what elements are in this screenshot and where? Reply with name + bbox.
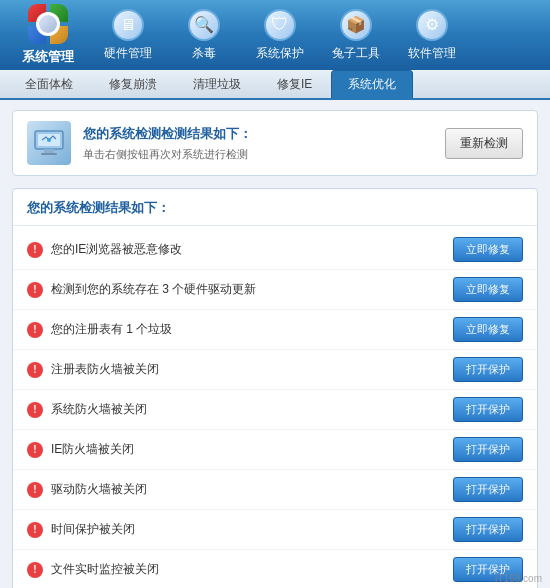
tab-full-check[interactable]: 全面体检 [8, 70, 90, 98]
protect-button[interactable]: 打开保护 [453, 397, 523, 422]
logo-icon [28, 4, 68, 44]
summary-title: 您的系统检测检测结果如下： [83, 125, 252, 143]
result-text: 检测到您的系统存在 3 个硬件驱动更新 [51, 281, 256, 298]
svg-rect-2 [44, 149, 54, 153]
result-text: 系统防火墙被关闭 [51, 401, 147, 418]
tab-bar: 全面体检 修复崩溃 清理垃圾 修复IE 系统优化 [0, 70, 550, 100]
summary-left: 您的系统检测检测结果如下： 单击右侧按钮再次对系统进行检测 [27, 121, 252, 165]
fix-button[interactable]: 立即修复 [453, 277, 523, 302]
top-nav: 系统管理 🖥 硬件管理 🔍 杀毒 🛡 系统保护 📦 兔子工具 ⚙ 软件管理 [0, 0, 550, 70]
result-text: 文件实时监控被关闭 [51, 561, 159, 578]
recheck-button[interactable]: 重新检测 [445, 128, 523, 159]
nav-label-protection: 系统保护 [256, 45, 304, 62]
result-text: 注册表防火墙被关闭 [51, 361, 159, 378]
summary-text: 您的系统检测检测结果如下： 单击右侧按钮再次对系统进行检测 [83, 125, 252, 162]
nav-label-rabbit: 兔子工具 [332, 45, 380, 62]
result-row: !您的注册表有 1 个垃圾立即修复 [13, 310, 537, 350]
result-left: !文件实时监控被关闭 [27, 561, 453, 578]
result-text: 您的注册表有 1 个垃圾 [51, 321, 172, 338]
result-row: !时间保护被关闭打开保护 [13, 510, 537, 550]
summary-subtitle: 单击右侧按钮再次对系统进行检测 [83, 147, 252, 162]
result-left: !系统防火墙被关闭 [27, 401, 453, 418]
summary-box: 您的系统检测检测结果如下： 单击右侧按钮再次对系统进行检测 重新检测 [12, 110, 538, 176]
nav-item-protection[interactable]: 🛡 系统保护 [244, 5, 316, 65]
nav-item-software[interactable]: ⚙ 软件管理 [396, 5, 468, 65]
nav-label-kill: 杀毒 [192, 45, 216, 62]
results-rows: !您的IE浏览器被恶意修改立即修复!检测到您的系统存在 3 个硬件驱动更新立即修… [13, 230, 537, 588]
result-text: IE防火墙被关闭 [51, 441, 134, 458]
main-content: 您的系统检测检测结果如下： 单击右侧按钮再次对系统进行检测 重新检测 您的系统检… [0, 100, 550, 588]
svg-rect-3 [41, 153, 57, 155]
fix-button[interactable]: 立即修复 [453, 237, 523, 262]
logo-item[interactable]: 系统管理 [8, 5, 88, 65]
fix-button[interactable]: 立即修复 [453, 317, 523, 342]
warning-icon: ! [27, 362, 43, 378]
warning-icon: ! [27, 242, 43, 258]
result-left: !时间保护被关闭 [27, 521, 453, 538]
logo-label: 系统管理 [22, 48, 74, 66]
svg-point-4 [47, 138, 51, 142]
result-left: !驱动防火墙被关闭 [27, 481, 453, 498]
nav-item-rabbit[interactable]: 📦 兔子工具 [320, 5, 392, 65]
results-title: 您的系统检测结果如下： [13, 199, 537, 226]
summary-icon [27, 121, 71, 165]
result-row: !检测到您的系统存在 3 个硬件驱动更新立即修复 [13, 270, 537, 310]
warning-icon: ! [27, 402, 43, 418]
result-text: 时间保护被关闭 [51, 521, 135, 538]
tab-repair-crash[interactable]: 修复崩溃 [92, 70, 174, 98]
result-text: 您的IE浏览器被恶意修改 [51, 241, 182, 258]
result-text: 驱动防火墙被关闭 [51, 481, 147, 498]
result-row: !IE防火墙被关闭打开保护 [13, 430, 537, 470]
software-icon: ⚙ [416, 9, 448, 41]
result-row: !注册表防火墙被关闭打开保护 [13, 350, 537, 390]
protect-button[interactable]: 打开保护 [453, 517, 523, 542]
result-left: !IE防火墙被关闭 [27, 441, 453, 458]
warning-icon: ! [27, 522, 43, 538]
watermark: IT168.com [495, 573, 542, 584]
protect-button[interactable]: 打开保护 [453, 477, 523, 502]
nav-item-hardware[interactable]: 🖥 硬件管理 [92, 5, 164, 65]
result-left: !注册表防火墙被关闭 [27, 361, 453, 378]
results-section: 您的系统检测结果如下： !您的IE浏览器被恶意修改立即修复!检测到您的系统存在 … [12, 188, 538, 588]
result-left: !您的IE浏览器被恶意修改 [27, 241, 453, 258]
result-row: !系统防火墙被关闭打开保护 [13, 390, 537, 430]
result-row: !文件实时监控被关闭打开保护 [13, 550, 537, 588]
warning-icon: ! [27, 562, 43, 578]
protection-icon: 🛡 [264, 9, 296, 41]
result-row: !您的IE浏览器被恶意修改立即修复 [13, 230, 537, 270]
hardware-icon: 🖥 [112, 9, 144, 41]
protect-button[interactable]: 打开保护 [453, 437, 523, 462]
kill-icon: 🔍 [188, 9, 220, 41]
tab-sys-optimize[interactable]: 系统优化 [331, 70, 413, 98]
nav-item-kill[interactable]: 🔍 杀毒 [168, 5, 240, 65]
protect-button[interactable]: 打开保护 [453, 357, 523, 382]
result-left: !检测到您的系统存在 3 个硬件驱动更新 [27, 281, 453, 298]
warning-icon: ! [27, 482, 43, 498]
nav-label-hardware: 硬件管理 [104, 45, 152, 62]
tab-repair-ie[interactable]: 修复IE [260, 70, 329, 98]
computer-icon [33, 127, 65, 159]
result-row: !驱动防火墙被关闭打开保护 [13, 470, 537, 510]
result-left: !您的注册表有 1 个垃圾 [27, 321, 453, 338]
rabbit-icon: 📦 [340, 9, 372, 41]
nav-label-software: 软件管理 [408, 45, 456, 62]
warning-icon: ! [27, 322, 43, 338]
warning-icon: ! [27, 282, 43, 298]
tab-clean-junk[interactable]: 清理垃圾 [176, 70, 258, 98]
warning-icon: ! [27, 442, 43, 458]
